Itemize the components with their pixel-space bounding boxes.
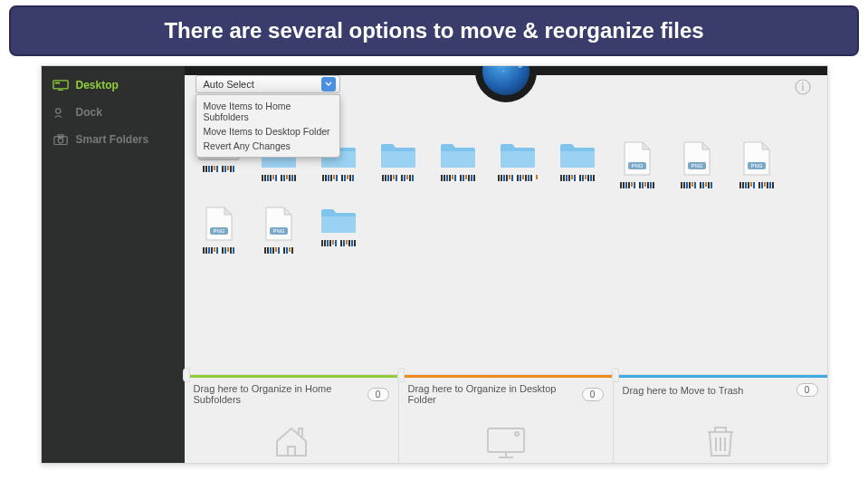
dropdown-selected-label: Auto Select	[204, 79, 254, 90]
dropzone-label: Drag here to Move to Trash	[623, 385, 744, 396]
dock-icon	[52, 106, 69, 119]
action-dropdown: Auto Select Move Items to Home Subfolder…	[196, 75, 340, 158]
monitor-icon	[484, 425, 528, 459]
png-file-item[interactable]: PNG	[196, 206, 243, 258]
dropzone-handle	[183, 368, 190, 382]
svg-text:PNG: PNG	[691, 163, 702, 168]
dropzone-handle	[612, 368, 619, 382]
main-panel: Auto Select Move Items to Home Subfolder…	[185, 66, 827, 463]
png-file-item[interactable]: PNG	[673, 140, 720, 193]
svg-text:PNG: PNG	[213, 228, 224, 234]
folder-item[interactable]	[375, 140, 422, 193]
folder-item[interactable]	[494, 140, 541, 193]
svg-text:PNG: PNG	[750, 163, 762, 168]
desktop-icon	[52, 79, 69, 91]
dropdown-menu: Move Items to Home Subfolders Move Items…	[196, 94, 340, 158]
dropzone-label: Drag here to Organize in Desktop Folder	[408, 383, 582, 405]
folder-item[interactable]	[554, 140, 601, 193]
trash-icon	[702, 421, 739, 459]
sidebar-item-smart-folders[interactable]: Smart Folders	[42, 126, 185, 153]
svg-point-5	[58, 138, 62, 142]
house-icon	[272, 423, 311, 459]
dropzones-row: Drag here to Organize in Home Subfolders…	[185, 374, 827, 463]
dropzone-home-subfolders[interactable]: Drag here to Organize in Home Subfolders…	[185, 375, 399, 463]
sidebar-item-label: Dock	[76, 106, 102, 119]
sidebar-item-label: Smart Folders	[76, 133, 149, 146]
svg-point-3	[55, 109, 60, 113]
chevron-down-icon	[321, 77, 336, 91]
sidebar-item-label: Desktop	[76, 79, 119, 91]
dropdown-select[interactable]: Auto Select	[196, 75, 340, 93]
svg-point-23	[515, 432, 519, 436]
svg-text:PNG: PNG	[631, 163, 643, 168]
png-file-item[interactable]: PNG	[255, 206, 302, 258]
sidebar-item-desktop[interactable]: Desktop	[42, 72, 185, 99]
info-icon[interactable]	[795, 79, 811, 95]
dropdown-option[interactable]: Move Items to Desktop Folder	[196, 124, 339, 139]
dropzone-count: 0	[796, 383, 818, 397]
svg-rect-9	[802, 85, 803, 91]
file-grid: PNGPNGPNGPNGPNG	[196, 140, 816, 258]
svg-rect-0	[52, 81, 67, 89]
dropzone-count: 0	[582, 388, 604, 401]
dropzone-desktop-folder[interactable]: Drag here to Organize in Desktop Folder …	[399, 375, 614, 463]
png-file-item[interactable]: PNG	[614, 140, 661, 193]
camera-icon	[52, 133, 69, 146]
dropzone-label: Drag here to Organize in Home Subfolders	[194, 383, 367, 405]
dropdown-option[interactable]: Revert Any Changes	[196, 139, 339, 153]
dropdown-option[interactable]: Move Items to Home Subfolders	[196, 99, 339, 124]
dropzone-handle	[397, 368, 405, 382]
sidebar-item-dock[interactable]: Dock	[42, 99, 185, 126]
png-file-item[interactable]: PNG	[733, 140, 780, 193]
sidebar: Desktop Dock Smart Folders	[42, 66, 185, 463]
svg-point-8	[802, 82, 804, 84]
dropzone-count: 0	[367, 388, 389, 401]
folder-item[interactable]	[434, 140, 482, 193]
folder-item[interactable]	[315, 206, 362, 258]
svg-rect-1	[54, 82, 59, 83]
caption-banner: There are several options to move & reor…	[9, 5, 859, 56]
svg-text:PNG: PNG	[272, 228, 284, 234]
app-window: Desktop Dock Smart Folders Auto Select	[41, 65, 828, 464]
dropzone-trash[interactable]: Drag here to Move to Trash 0	[614, 375, 827, 463]
